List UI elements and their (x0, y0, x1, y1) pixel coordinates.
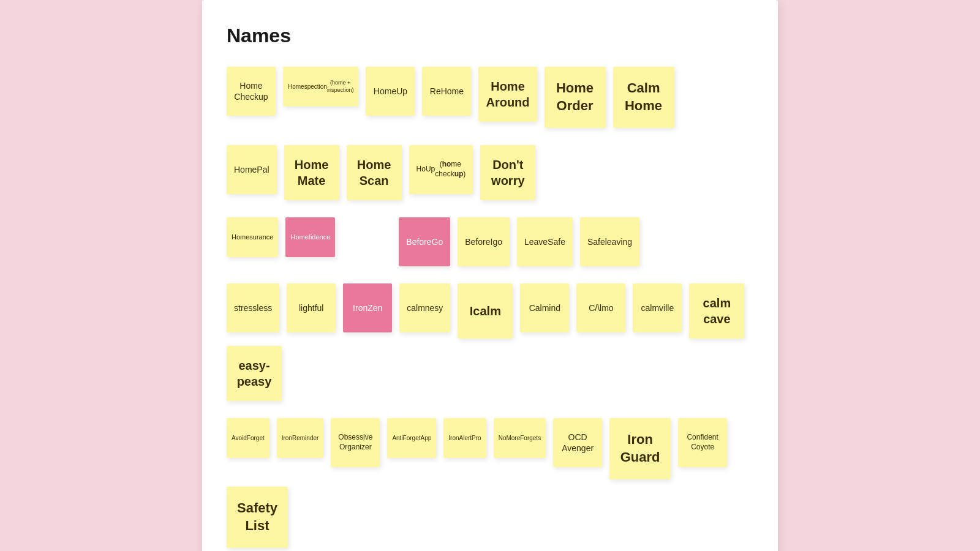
sticky-calmo[interactable]: C/\lmo (576, 283, 625, 332)
sticky-row-2: HomePal HomeMate HomeScan HoUp(homecheck… (227, 145, 753, 200)
sticky-home-around[interactable]: HomeAround (478, 67, 537, 122)
sticky-homepal[interactable]: HomePal (227, 145, 277, 194)
sticky-row-1: HomeCheckup Homespection(home +inspectio… (227, 67, 753, 128)
sticky-beforego[interactable]: BeforeGo (399, 217, 450, 266)
sticky-safety-list[interactable]: SafetyList (227, 487, 288, 548)
sticky-antiforgetapp[interactable]: AntiForgetApp (387, 418, 436, 458)
sticky-ironzen[interactable]: IronZen (343, 283, 392, 332)
sticky-rehome[interactable]: ReHome (422, 67, 471, 116)
sticky-avoidforget[interactable]: AvoidForget (227, 418, 270, 458)
sticky-beforeigo[interactable]: BeforeIgo (458, 217, 510, 266)
sticky-nomoreforgets[interactable]: NoMoreForgets (494, 418, 546, 458)
sticky-calmind[interactable]: Calmind (520, 283, 569, 332)
sticky-homesurance[interactable]: Homesurance (227, 217, 278, 257)
sticky-calm-home[interactable]: CalmHome (613, 67, 674, 128)
sticky-homeup[interactable]: HomeUp (366, 67, 415, 116)
sticky-leavesafe[interactable]: LeaveSafe (517, 217, 573, 266)
sticky-ironreminder[interactable]: IronReminder (277, 418, 324, 458)
sticky-confident-coyote[interactable]: ConfidentCoyote (678, 418, 727, 467)
sticky-row-4: stressless lightful IronZen calmnesy Ica… (227, 283, 753, 401)
gap-spacer (342, 217, 391, 260)
sticky-homespection[interactable]: Homespection(home +inspection) (283, 67, 358, 107)
sticky-safeleaving[interactable]: Safeleaving (580, 217, 639, 266)
sticky-row-3: Homesurance Homefidence BeforeGo BeforeI… (227, 217, 753, 266)
board: Names HomeCheckup Homespection(home +ins… (202, 0, 778, 551)
sticky-iron-guard[interactable]: IronGuard (609, 418, 671, 479)
sticky-homefidence[interactable]: Homefidence (285, 217, 335, 257)
sticky-dont-worry[interactable]: Don'tworry (480, 145, 535, 200)
sticky-icalm[interactable]: Icalm (458, 283, 513, 339)
sticky-ironalertpro[interactable]: IronAlertPro (443, 418, 486, 458)
sticky-stressless[interactable]: stressless (227, 283, 279, 332)
sticky-calm-cave[interactable]: calmcave (689, 283, 744, 339)
sticky-obsessive-organizer[interactable]: ObsessiveOrganizer (331, 418, 380, 467)
sticky-easy-peasy[interactable]: easy-peasy (227, 346, 282, 401)
sticky-ocd-avenger[interactable]: OCDAvenger (553, 418, 602, 467)
sticky-calmnesy[interactable]: calmnesy (399, 283, 450, 332)
sticky-home-order[interactable]: HomeOrder (545, 67, 606, 128)
sticky-home-scan[interactable]: HomeScan (347, 145, 402, 200)
page-title: Names (227, 24, 753, 47)
sticky-lightful[interactable]: lightful (287, 283, 336, 332)
sticky-calmville[interactable]: calmville (633, 283, 682, 332)
sticky-home-checkup[interactable]: HomeCheckup (227, 67, 276, 116)
sticky-row-5: AvoidForget IronReminder ObsessiveOrgani… (227, 418, 753, 548)
sticky-home-mate[interactable]: HomeMate (284, 145, 339, 200)
sticky-houp[interactable]: HoUp(homecheckup) (409, 145, 473, 194)
